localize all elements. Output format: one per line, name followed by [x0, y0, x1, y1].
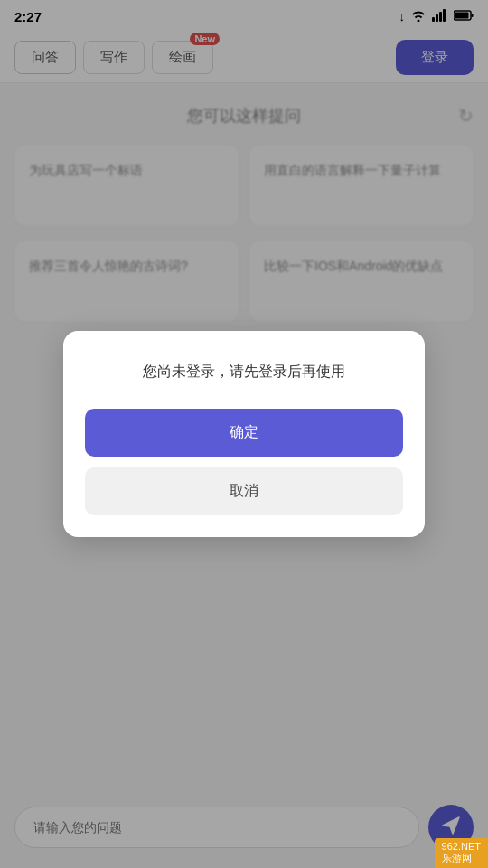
dialog-cancel-button[interactable]: 取消 — [85, 467, 403, 515]
modal-overlay[interactable]: 您尚未登录，请先登录后再使用 确定 取消 — [0, 0, 488, 868]
dialog-message: 您尚未登录，请先登录后再使用 — [85, 360, 403, 383]
login-dialog: 您尚未登录，请先登录后再使用 确定 取消 — [63, 331, 425, 537]
watermark: 962.NET乐游网 — [435, 838, 488, 868]
dialog-confirm-button[interactable]: 确定 — [85, 409, 403, 457]
